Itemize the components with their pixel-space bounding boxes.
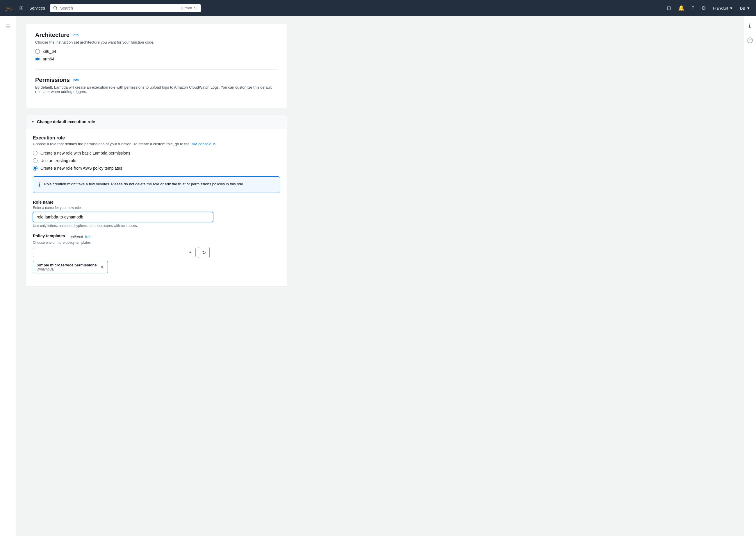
services-label[interactable]: Services	[27, 5, 48, 12]
chevron-down-icon: ▼	[31, 120, 35, 124]
architecture-option-x86[interactable]: x86_64	[35, 49, 278, 54]
role-radio-policy-templates[interactable]	[33, 166, 38, 171]
search-input[interactable]	[60, 6, 179, 11]
policy-templates-dropdown[interactable]: ▼	[33, 248, 196, 257]
execution-role-desc: Choose a role that defines the permissio…	[33, 142, 280, 146]
architecture-desc: Choose the instruction set architecture …	[35, 40, 278, 45]
role-name-sublabel: Enter a name for your new role.	[33, 206, 280, 210]
architecture-section: Architecture Info Choose the instruction…	[35, 32, 278, 61]
aws-logo[interactable]	[4, 4, 15, 12]
role-name-field-group: Role name Enter a name for your new role…	[33, 200, 280, 228]
user-menu[interactable]: DB ▼	[738, 5, 752, 12]
policy-templates-label-row: Policy templates - optional Info	[33, 234, 280, 239]
info-box: ℹ Role creation might take a few minutes…	[33, 176, 280, 193]
region-selector[interactable]: Frankfurt ▼	[711, 5, 735, 12]
region-label: Frankfurt	[713, 6, 728, 11]
architecture-label-arm64: arm64	[43, 57, 54, 61]
policy-select-row: ▼ ↻	[33, 247, 280, 258]
permissions-desc: By default, Lambda will create an execut…	[35, 85, 278, 94]
policy-tag-content: Simple microservice permissions DynamoDB	[37, 263, 97, 271]
right-sidebar: ℹ 🕐	[743, 16, 756, 536]
architecture-title: Architecture Info	[35, 32, 278, 38]
main-content: Architecture Info Choose the instruction…	[16, 16, 743, 536]
top-navigation: ⊞ Services [Option+S] ⊡ 🔔 ? ⚙ Frankfurt …	[0, 0, 756, 16]
region-arrow: ▼	[729, 6, 733, 11]
search-shortcut: [Option+S]	[181, 6, 198, 10]
execution-role-radio-group: Create a new role with basic Lambda perm…	[33, 151, 280, 171]
svg-line-1	[56, 9, 57, 10]
policy-tag: Simple microservice permissions DynamoDB…	[33, 261, 108, 273]
role-option-existing[interactable]: Use an existing role	[33, 158, 280, 163]
execution-role-header[interactable]: ▼ Change default execution role	[25, 115, 287, 128]
role-radio-create-basic[interactable]	[33, 151, 38, 155]
architecture-option-arm64[interactable]: arm64	[35, 57, 278, 61]
policy-templates-sublabel: Choose one or more policy templates.	[33, 241, 280, 245]
role-option-create-basic[interactable]: Create a new role with basic Lambda perm…	[33, 151, 280, 155]
info-sidebar-icon[interactable]: ℹ	[747, 21, 752, 31]
iam-console-link[interactable]: IAM console ⧉	[191, 142, 216, 146]
policy-refresh-button[interactable]: ↻	[198, 247, 210, 258]
role-radio-existing[interactable]	[33, 158, 38, 163]
settings-icon[interactable]: ⚙	[699, 3, 708, 14]
search-icon	[53, 6, 58, 11]
info-box-text: Role creation might take a few minutes. …	[44, 181, 244, 187]
execution-role-body: Execution role Choose a role that define…	[25, 128, 287, 286]
role-name-label: Role name	[33, 200, 280, 205]
policy-templates-info-link[interactable]: Info	[85, 234, 91, 239]
terminal-icon[interactable]: ⊡	[665, 3, 673, 14]
policy-tag-name: Simple microservice permissions	[37, 263, 97, 267]
menu-toggle-button[interactable]: ☰	[4, 21, 13, 31]
bell-icon[interactable]: 🔔	[676, 3, 687, 14]
policy-tag-sub: DynamoDB	[37, 267, 97, 271]
policy-templates-optional: - optional	[67, 234, 83, 239]
architecture-label-x86: x86_64	[43, 49, 56, 54]
search-bar[interactable]: [Option+S]	[50, 4, 201, 12]
architecture-radio-group: x86_64 arm64	[35, 49, 278, 61]
sidebar-toggle: ☰	[0, 16, 16, 536]
execution-role-section-label: Change default execution role	[37, 119, 95, 124]
policy-templates-label: Policy templates	[33, 234, 65, 238]
execution-role-title: Execution role	[33, 135, 280, 141]
refresh-icon: ↻	[202, 250, 206, 255]
architecture-permissions-card: Architecture Info Choose the instruction…	[25, 23, 287, 108]
architecture-radio-x86[interactable]	[35, 49, 40, 54]
external-link-icon: ⧉	[213, 142, 215, 146]
help-icon[interactable]: ?	[689, 3, 697, 14]
svg-point-0	[54, 6, 56, 9]
policy-templates-field-group: Policy templates - optional Info Choose …	[33, 234, 280, 273]
permissions-title: Permissions Info	[35, 77, 278, 84]
info-circle-icon: ℹ	[38, 182, 40, 188]
policy-tag-remove-button[interactable]: ✕	[100, 264, 104, 270]
user-label: DB	[740, 6, 745, 11]
permissions-info-link[interactable]: Info	[73, 78, 79, 82]
grid-icon[interactable]: ⊞	[18, 4, 25, 13]
user-arrow: ▼	[746, 6, 750, 11]
architecture-info-link[interactable]: Info	[72, 33, 79, 37]
policy-select-arrow-icon: ▼	[188, 251, 192, 254]
role-name-hint: Use only letters, numbers, hyphens, or u…	[33, 224, 280, 228]
execution-role-expandable: ▼ Change default execution role Executio…	[25, 115, 287, 286]
permissions-section: Permissions Info By default, Lambda will…	[35, 69, 278, 94]
role-option-policy-templates[interactable]: Create a new role from AWS policy templa…	[33, 166, 280, 171]
role-name-input[interactable]	[33, 212, 213, 222]
history-sidebar-icon[interactable]: 🕐	[745, 35, 755, 45]
architecture-radio-arm64[interactable]	[35, 57, 40, 61]
